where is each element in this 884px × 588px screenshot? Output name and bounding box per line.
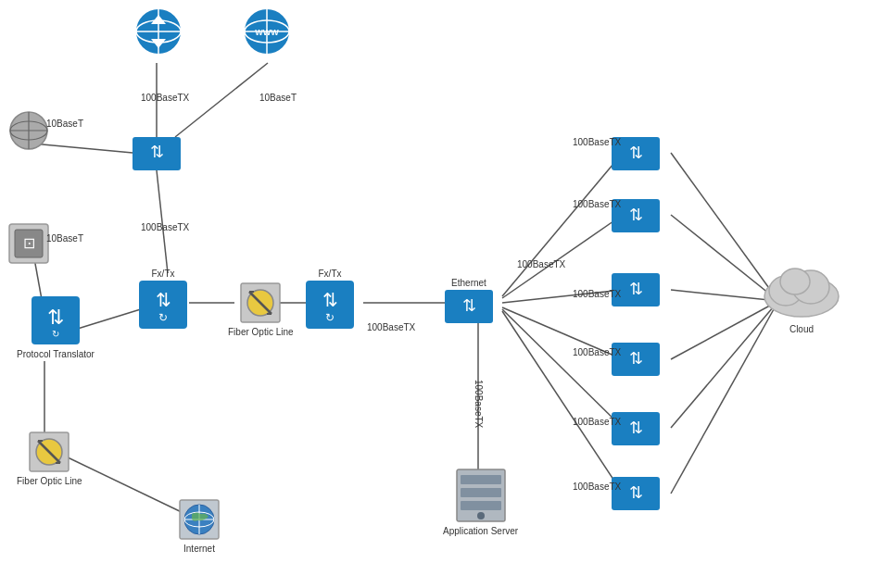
svg-text:↻: ↻ [325,311,335,324]
workstation-top[interactable] [7,109,50,152]
label-100basetx-r2: 100BaseTX [573,199,621,209]
application-server[interactable]: Application Server [443,468,518,536]
svg-line-11 [502,215,623,298]
label-10baset-top: 10BaseT [46,119,83,129]
label-10baset-www: 10BaseT [259,93,297,103]
svg-text:↻: ↻ [158,311,168,324]
router-www[interactable]: WWW [243,7,291,56]
protocol-translator[interactable]: ⇅ ↻ Protocol Translator [17,294,95,359]
label-100basetx-main: 100BaseTX [517,259,565,269]
svg-text:⇅: ⇅ [150,143,164,161]
svg-text:⊡: ⊡ [23,235,35,251]
app-server-label: Application Server [443,526,518,536]
router-top-left[interactable] [134,7,183,56]
switch-fx-left[interactable]: Fx/Tx ⇅ ↻ [139,269,187,329]
cloud-label: Cloud [789,324,814,334]
svg-text:⇅: ⇅ [462,296,476,315]
scanner-device[interactable]: ⊡ [7,222,50,265]
svg-rect-70 [461,488,501,497]
svg-text:⇅: ⇅ [322,290,338,310]
svg-text:⇅: ⇅ [156,290,171,310]
svg-line-10 [502,153,623,296]
svg-text:⇅: ⇅ [629,349,643,368]
svg-text:⇅: ⇅ [47,306,64,329]
switch-mid-left[interactable]: ⇅ [133,137,181,170]
label-100basetx-1: 100BaseTX [141,93,189,103]
switch-fx-right[interactable]: Fx/Tx ⇅ ↻ [306,269,354,329]
svg-point-72 [477,512,485,519]
svg-rect-71 [461,501,501,510]
fiber-optic-bottom-left-label: Fiber Optic Line [17,476,82,486]
cloud-icon[interactable]: Cloud [760,261,843,334]
connection-lines [0,0,884,588]
label-100basetx-r6: 100BaseTX [573,482,621,492]
fiber-optic-center-label: Fiber Optic Line [228,327,294,337]
label-100basetx-server: 100BaseTX [474,380,484,428]
protocol-translator-label: Protocol Translator [17,349,95,359]
label-10baset-scan: 10BaseT [46,233,83,244]
svg-point-76 [780,269,810,294]
internet-label: Internet [183,544,215,554]
fiber-optic-bottom-left[interactable]: Fiber Optic Line [17,431,82,486]
svg-text:⇅: ⇅ [629,206,643,224]
svg-text:⇅: ⇅ [629,483,643,502]
svg-text:WWW: WWW [255,28,279,37]
fiber-optic-center[interactable]: Fiber Optic Line [228,281,294,337]
label-100basetx-r3: 100BaseTX [573,289,621,299]
internet-icon[interactable]: Internet [178,498,221,554]
switch-ethernet-main[interactable]: Ethernet ⇅ [445,278,493,323]
switch-fx-right-label: Fx/Tx [319,269,342,279]
label-100basetx-r4: 100BaseTX [573,347,621,357]
svg-line-14 [502,309,623,428]
svg-text:↻: ↻ [52,329,59,339]
switch-ethernet-label: Ethernet [451,278,486,288]
label-100basetx-2: 100BaseTX [141,222,189,232]
label-100basetx-r1: 100BaseTX [573,137,621,147]
svg-text:⇅: ⇅ [629,419,643,437]
svg-text:⇅: ⇅ [629,144,643,162]
svg-line-15 [502,311,623,494]
label-100basetx-fx: 100BaseTX [367,322,415,332]
svg-line-23 [66,457,185,514]
svg-text:⇅: ⇅ [629,280,643,298]
svg-rect-69 [461,475,501,484]
network-diagram: WWW ⇅ ⊡ ⇅ ↻ Protocol Translator [0,0,884,588]
switch-fx-left-label: Fx/Tx [152,269,175,279]
label-100basetx-r5: 100BaseTX [573,417,621,427]
